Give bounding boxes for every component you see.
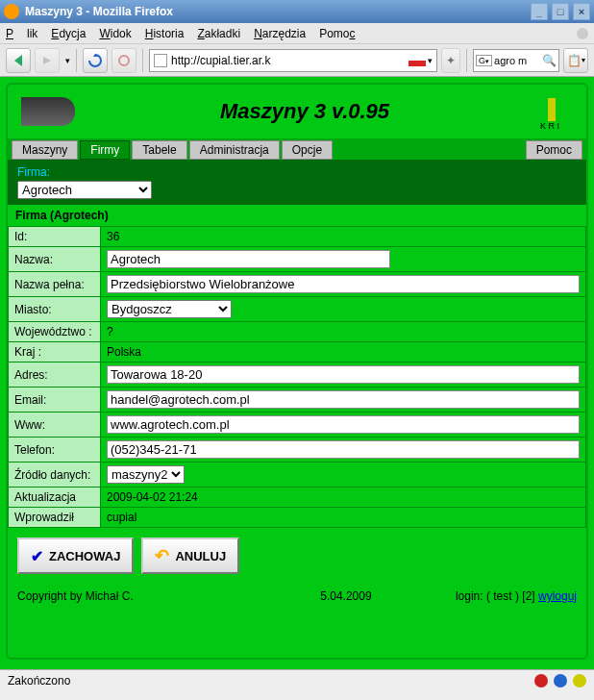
app-header: Maszyny 3 v.0.95 K R I [8, 85, 586, 138]
app-title: Maszyny 3 v.0.95 [75, 99, 534, 124]
select-miasto[interactable]: Bydgoszcz [107, 300, 232, 318]
history-dropdown-icon[interactable]: ▾ [65, 56, 70, 65]
value-wprowadzil: cupial [101, 508, 586, 528]
label-miasto: Miasto: [9, 297, 101, 322]
close-button[interactable]: × [573, 3, 590, 20]
value-wojewodztwo: ? [101, 322, 586, 342]
tab-maszyny[interactable]: Maszyny [12, 140, 78, 160]
label-adres: Adres: [9, 362, 101, 388]
value-aktualizacja: 2009-04-02 21:24 [101, 488, 586, 508]
svg-point-0 [119, 56, 129, 65]
search-input[interactable] [494, 55, 542, 66]
copyright: Copyright by Michał C. [17, 589, 236, 603]
menu-edit[interactable]: Edycja [51, 27, 86, 40]
firma-selector-bar: Firma: Agrotech [8, 160, 586, 205]
tab-firmy[interactable]: Firmy [80, 140, 130, 160]
url-input[interactable] [171, 54, 405, 67]
label-zrodlo: Źródło danych: [9, 462, 101, 488]
footer-date: 5.04.2009 [236, 589, 456, 603]
label-id: Id: [9, 227, 101, 247]
firma-form: Id:36 Nazwa: Nazwa pełna: Miasto:Bydgosz… [8, 226, 586, 528]
tab-administracja[interactable]: Administracja [189, 140, 280, 160]
status-text: Zakończono [8, 674, 70, 688]
input-telefon[interactable] [107, 440, 580, 459]
input-adres[interactable] [107, 365, 580, 384]
page-viewport: Maszyny 3 v.0.95 K R I Maszyny Firmy Tab… [0, 77, 594, 690]
tab-tabele[interactable]: Tabele [132, 140, 186, 160]
reload-button[interactable] [83, 48, 108, 73]
input-nazwa-pelna[interactable] [107, 275, 580, 293]
label-telefon: Telefon: [9, 438, 101, 462]
url-bar[interactable]: ▾ [149, 49, 437, 72]
menu-tools[interactable]: Narzędzia [254, 27, 306, 40]
minimize-button[interactable]: _ [531, 3, 548, 20]
label-wojewodztwo: Województwo : [9, 322, 101, 342]
abp-icon[interactable] [534, 674, 548, 688]
maximize-button[interactable]: □ [552, 3, 569, 20]
tab-opcje[interactable]: Opcje [282, 140, 333, 160]
window-title: Maszyny 3 - Mozilla Firefox [25, 5, 173, 18]
menu-view[interactable]: Widok [99, 27, 131, 40]
label-aktualizacja: Aktualizacja [9, 488, 101, 508]
status-icon-3[interactable] [573, 674, 586, 688]
window-titlebar: Maszyny 3 - Mozilla Firefox _ □ × [0, 0, 594, 23]
firefox-icon [4, 4, 19, 19]
firma-select[interactable]: Agrotech [17, 181, 152, 199]
input-email[interactable] [107, 390, 580, 409]
menu-file[interactable]: Plik [6, 27, 37, 40]
status-icon-2[interactable] [554, 674, 567, 688]
label-www: Www: [9, 412, 101, 438]
logout-link[interactable]: wyloguj [538, 589, 577, 603]
input-www[interactable] [107, 415, 580, 434]
flag-icon [408, 55, 426, 66]
input-nazwa[interactable] [107, 250, 390, 268]
label-email: Email: [9, 388, 101, 412]
value-kraj: Polska [101, 342, 586, 362]
save-button[interactable]: ✔ZACHOWAJ [17, 538, 134, 574]
go-button[interactable]: ✦ [441, 48, 460, 73]
menu-help[interactable]: Pomoc [319, 27, 355, 40]
app-logo-icon [21, 97, 75, 126]
form-buttons: ✔ZACHOWAJ ↶ANULUJ [8, 528, 586, 584]
kir-logo-icon: K R I [534, 92, 573, 131]
firma-selector-label: Firma: [17, 165, 577, 179]
check-icon: ✔ [31, 547, 43, 565]
menu-bookmarks[interactable]: Zakładki [197, 27, 240, 40]
svg-text:K R I: K R I [540, 121, 559, 131]
search-go-icon[interactable]: 🔍 [542, 54, 557, 67]
label-wprowadzil: Wprowadził [9, 508, 101, 528]
tab-pomoc[interactable]: Pomoc [526, 140, 582, 160]
label-kraj: Kraj : [9, 342, 101, 362]
clipboard-button[interactable]: 📋▾ [563, 48, 588, 73]
app-footer: Copyright by Michał C. 5.04.2009 login: … [8, 584, 586, 609]
label-nazwa: Nazwa: [9, 247, 101, 272]
value-id: 36 [101, 227, 586, 247]
select-zrodlo[interactable]: maszyny2 [107, 465, 185, 484]
app-tabs: Maszyny Firmy Tabele Administracja Opcje… [8, 138, 586, 160]
menu-history[interactable]: Historia [145, 27, 185, 40]
search-bar[interactable]: G▾ 🔍 [473, 49, 559, 72]
label-nazwa-pelna: Nazwa pełna: [9, 272, 101, 297]
forward-button[interactable] [35, 48, 60, 73]
activity-indicator-icon [577, 28, 588, 39]
svg-rect-1 [548, 98, 556, 121]
search-engine-icon[interactable]: G▾ [476, 55, 492, 66]
url-dropdown-icon[interactable]: ▾ [428, 56, 433, 65]
stop-button[interactable] [111, 48, 136, 73]
back-button[interactable] [6, 48, 31, 73]
section-title: Firma (Agrotech) [8, 205, 586, 226]
browser-statusbar: Zakończono [0, 669, 594, 690]
browser-toolbar: ▾ ▾ ✦ G▾ 🔍 📋▾ [0, 44, 594, 77]
browser-menubar: Plik Edycja Widok Historia Zakładki Narz… [0, 23, 594, 44]
login-info: login: ( test ) [2] wyloguj [456, 589, 577, 603]
cancel-button[interactable]: ↶ANULUJ [141, 538, 239, 574]
page-icon [154, 54, 167, 67]
undo-icon: ↶ [155, 545, 169, 566]
